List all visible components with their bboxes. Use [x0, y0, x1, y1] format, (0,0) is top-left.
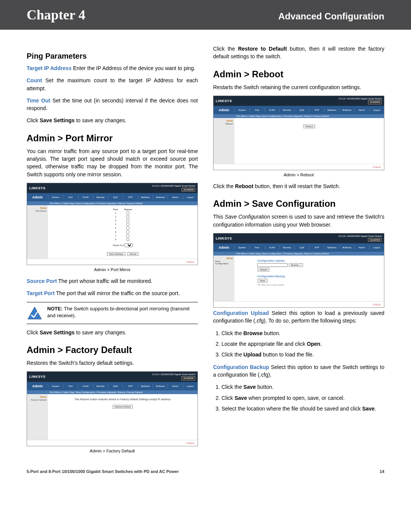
source-port-label: Source Port	[27, 278, 57, 284]
shot-chk	[126, 227, 130, 230]
shot-nav-tabs: SystemPortVLANSecurityQoSSTPStatisticsMu…	[48, 195, 198, 199]
config-backup-param: Configuration Backup Select this option …	[213, 363, 384, 379]
reboot-caption: Admin > Reboot	[213, 173, 384, 177]
note-text: The Switch supports bi-directional port …	[47, 306, 190, 318]
upload-steps: Click the Browse button. Locate the appr…	[221, 329, 384, 359]
header-section-title: Advanced Configuration	[278, 11, 384, 22]
target-ip-text: Enter the IP Address of the device you w…	[72, 65, 195, 71]
footer-product-name: 5-Port and 8-Port 10/100/1000 Gigabit Sm…	[27, 469, 179, 474]
shot-side-port-mirror: Port Mirror	[36, 210, 46, 212]
factory-default-para: Restores the Switch's factory default se…	[27, 359, 198, 367]
port-mirror-para: You can mirror traffic from any source p…	[27, 147, 198, 178]
port-mirror-caption: Admin > Port Mirror	[27, 267, 198, 272]
shot-chk	[126, 223, 130, 226]
source-port-param: Source Port The port whose traffic will …	[27, 277, 198, 285]
chapter-header: Chapter 4 Advanced Configuration	[0, 0, 411, 30]
save-config-heading: Admin > Save Configuration	[213, 198, 384, 209]
shot-reboot-btn: Reboot	[303, 125, 315, 128]
left-column: Ping Parameters Target IP Address Enter …	[27, 45, 198, 459]
config-upload-param: Configuration Upload Select this option …	[213, 309, 384, 325]
shot-restore-btn: Restore Default	[113, 405, 133, 409]
note-box: NOTE: The Switch supports bi-directional…	[27, 302, 198, 324]
shot-cancel-btn: Cancel	[127, 252, 139, 256]
shot-chk	[126, 211, 130, 214]
shot-logo: LINKSYS	[29, 186, 46, 190]
factory-default-heading: Admin > Factory Default	[27, 345, 198, 355]
page-body: Ping Parameters Target IP Address Enter …	[0, 30, 411, 466]
timeout-param: Time Out Set the time out (in seconds) i…	[27, 97, 198, 112]
timeout-label: Time Out	[27, 97, 50, 104]
svg-marker-0	[28, 307, 41, 319]
right-column: Click the Restore to Default button, the…	[213, 45, 384, 459]
count-text: Set the maximum count to the target IP A…	[27, 77, 198, 91]
reboot-para: Restarts the Switch retaining the curren…	[213, 83, 384, 91]
timeout-text: Set the time out (in seconds) interval i…	[27, 97, 198, 111]
factory-default-screenshot: LINKSYS 5.0.13 • 10/100/1000 Gigabit Sma…	[27, 371, 198, 453]
chapter-label: Chapter 4	[27, 7, 85, 23]
backup-steps: Click the Save button. Click Save when p…	[221, 383, 384, 412]
checkmark-triangle-icon	[27, 305, 43, 321]
target-ip-param: Target IP Address Enter the IP Address o…	[27, 64, 198, 72]
shot-model-badge: SLM2008	[182, 188, 195, 192]
save-config-para: This Save Configuration screen is used t…	[213, 213, 384, 228]
reboot-click-para: Click the Reboot button, then it will re…	[213, 182, 384, 190]
config-backup-label: Configuration Backup	[213, 364, 269, 370]
shot-chk	[126, 230, 130, 233]
save-config-screenshot: LINKSYS 5.0.13 • 10/100/1000 Gigabit Sma…	[213, 233, 384, 308]
page-footer: 5-Port and 8-Port 10/100/1000 Gigabit Sm…	[0, 466, 411, 485]
port-mirror-heading: Admin > Port Mirror	[27, 133, 198, 144]
page-number: 14	[380, 469, 384, 474]
shot-chk	[126, 238, 130, 241]
shot-save-btn: Save Settings	[107, 252, 126, 256]
config-upload-label: Configuration Upload	[213, 310, 269, 316]
note-label: NOTE:	[47, 306, 62, 312]
reboot-heading: Admin > Reboot	[213, 69, 384, 80]
shot-nav-admin: Admin	[27, 194, 48, 201]
ping-parameters-heading: Ping Parameters	[27, 52, 198, 61]
shot-target-select	[124, 243, 133, 247]
shot-save-btn2: Save	[258, 279, 268, 283]
shot-file-input	[257, 263, 288, 267]
count-label: Count	[27, 77, 42, 83]
shot-side-setup: Setup	[40, 207, 46, 209]
count-param: Count Set the maximum count to the targe…	[27, 77, 198, 92]
cisco-logo: cisco	[186, 260, 194, 263]
shot-subnav: Port Mirror | Cable Diag | Save Configur…	[27, 201, 198, 205]
shot-chk	[126, 215, 130, 218]
shot-ports-table: PortSource 1 2 3 4 5 6 7 8 Target Port	[110, 208, 135, 248]
shot-chk	[126, 219, 130, 222]
restore-click-para: Click the Restore to Default button, the…	[213, 45, 384, 61]
shot-browse-btn: Browse...	[289, 263, 303, 267]
factory-default-caption: Admin > Factory Default	[27, 449, 198, 453]
target-port-param: Target Port The port that will mirror th…	[27, 289, 198, 297]
reboot-screenshot: LINKSYS 5.0.13 • 10/100/1000 Gigabit Sma…	[213, 96, 384, 177]
click-save-1: Click Save Settings to save any changes.	[27, 117, 198, 124]
target-ip-label: Target IP Address	[27, 65, 72, 71]
click-save-2: Click Save Settings to save any changes.	[27, 329, 198, 336]
target-port-label: Target Port	[27, 290, 55, 296]
shot-upload-btn: Upload	[258, 268, 269, 272]
shot-chk	[126, 234, 130, 237]
port-mirror-screenshot: LINKSYS 5.0.13 • 10/100/1000 Gigabit Sma…	[27, 183, 198, 272]
